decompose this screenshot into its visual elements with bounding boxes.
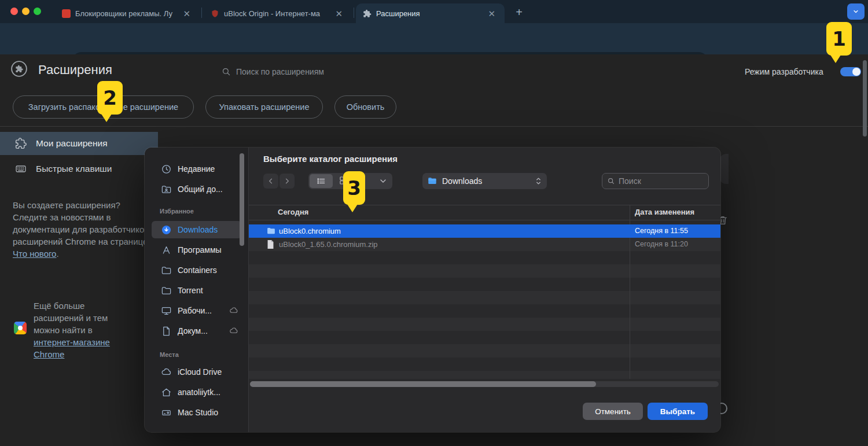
file-name: uBlock0.chromium xyxy=(279,224,341,238)
puzzle-icon xyxy=(15,138,27,149)
file-name: uBlock0_1.65.0.chromium.zip xyxy=(279,238,378,251)
places-header: Места xyxy=(160,351,179,358)
search-icon xyxy=(221,67,231,77)
sidebar-scrollbar[interactable] xyxy=(240,153,244,246)
webstore-icon xyxy=(14,322,27,334)
file-open-dialog: Недавние Общий до... Избранное Downloads xyxy=(145,148,720,432)
view-options-chevron-icon[interactable] xyxy=(378,176,388,186)
sidebar-item-label: Быстрые клавиши xyxy=(36,164,112,174)
sidebar-item-mac-studio[interactable]: Mac Studio xyxy=(152,404,242,421)
store-note-text: Ещё больше расширений и тем можно найти … xyxy=(34,301,108,335)
dev-note-period: . xyxy=(56,249,58,259)
sidebar-item-label: Недавние xyxy=(178,164,215,174)
computer-icon xyxy=(161,407,172,418)
new-tab-button[interactable]: + xyxy=(512,5,527,20)
ublock-favicon xyxy=(211,9,219,18)
sidebar-item-icloud[interactable]: iCloud Drive xyxy=(152,363,242,381)
dialog-search-field[interactable] xyxy=(602,173,709,189)
applications-icon xyxy=(161,245,172,256)
dialog-forward-button[interactable] xyxy=(279,174,295,189)
toggle-knob xyxy=(852,68,860,76)
whats-new-link[interactable]: Что нового xyxy=(13,249,56,259)
downloads-circle-icon xyxy=(161,224,172,235)
webstore-link-chrome[interactable]: Chrome xyxy=(34,349,64,359)
desktop-icon xyxy=(161,305,172,316)
sidebar-item-label: Downloads xyxy=(178,225,218,234)
dropdown-updown-icon xyxy=(535,176,542,186)
sidebar-item-label: iCloud Drive xyxy=(178,367,222,377)
tab-close-icon[interactable]: ✕ xyxy=(333,8,345,19)
sidebar-item-recents[interactable]: Недавние xyxy=(152,160,242,178)
choose-button[interactable]: Выбрать xyxy=(648,403,708,420)
horizontal-scrollbar-thumb[interactable] xyxy=(250,381,596,387)
divider xyxy=(249,205,720,205)
tab-label: Блокировщики рекламы. Лу xyxy=(75,9,176,18)
divider xyxy=(249,220,720,220)
tab-extensions[interactable]: Расширения ✕ xyxy=(356,3,505,23)
tab-strip: Блокировщики рекламы. Лу ✕ uBlock Origin… xyxy=(0,0,868,23)
tab-close-icon[interactable]: ✕ xyxy=(486,8,498,19)
cancel-button[interactable]: Отменить xyxy=(583,403,643,420)
list-view-button[interactable] xyxy=(310,174,333,188)
dev-note: Вы создаете расширения? Следите за новос… xyxy=(13,199,154,260)
file-row-ublock-zip[interactable]: uBlock0_1.65.0.chromium.zip Сегодня в 11… xyxy=(249,238,720,251)
sidebar-item-label: Докум... xyxy=(178,326,208,336)
sidebar-item-downloads[interactable]: Downloads xyxy=(152,221,242,238)
tab-adblockers[interactable]: Блокировщики рекламы. Лу ✕ xyxy=(55,3,200,23)
minimize-window-button[interactable] xyxy=(22,8,30,15)
file-date: Сегодня в 11:20 xyxy=(635,238,688,251)
profile-button[interactable] xyxy=(847,3,865,20)
sidebar-item-applications[interactable]: Программы xyxy=(152,241,242,259)
dev-mode-label: Режим разработчика xyxy=(745,67,823,76)
sidebar-item-desktop[interactable]: Рабочи... xyxy=(152,302,242,319)
file-date: Сегодня в 11:55 xyxy=(635,224,688,238)
tab-ublock-webstore[interactable]: uBlock Origin - Интернет-ма ✕ xyxy=(204,3,352,23)
page-scrollbar[interactable] xyxy=(863,60,867,137)
file-row-ublock-chromium[interactable]: uBlock0.chromium Сегодня в 11:55 xyxy=(249,224,720,238)
sidebar-item-label: anatoliiytk... xyxy=(178,388,220,397)
extension-card-fragment xyxy=(719,154,729,184)
pack-extension-button[interactable]: Упаковать расширение xyxy=(205,95,323,119)
sidebar-item-my-extensions[interactable]: Мои расширения xyxy=(0,132,158,155)
group-header: Сегодня xyxy=(278,208,308,216)
sidebar-item-containers[interactable]: Containers xyxy=(152,261,242,279)
folder-blue-icon xyxy=(266,226,276,236)
cloud-badge-icon xyxy=(229,306,238,315)
divider xyxy=(0,126,868,127)
sidebar-item-label: Containers xyxy=(178,266,217,275)
sidebar-item-label: Рабочи... xyxy=(178,306,212,315)
browser-toolbar: Chrome chrome://extensions xyxy=(0,23,868,54)
dialog-back-button[interactable] xyxy=(263,174,278,189)
extensions-logo-icon xyxy=(10,60,28,78)
sidebar-item-shortcuts[interactable]: Быстрые клавиши xyxy=(0,157,158,180)
sidebar-item-documents[interactable]: Докум... xyxy=(152,322,242,340)
dev-mode-toggle[interactable] xyxy=(840,67,861,76)
tab-close-icon[interactable]: ✕ xyxy=(181,8,193,19)
close-window-button[interactable] xyxy=(10,8,18,15)
search-input[interactable] xyxy=(236,64,560,80)
folder-icon xyxy=(161,265,172,276)
shared-folder-icon xyxy=(161,184,172,195)
sidebar-item-torrent[interactable]: Torrent xyxy=(152,282,242,299)
browser-window: Блокировщики рекламы. Лу ✕ uBlock Origin… xyxy=(0,0,868,446)
favorites-header: Избранное xyxy=(160,208,194,215)
dialog-search-input[interactable] xyxy=(619,176,704,186)
location-dropdown[interactable]: Downloads xyxy=(422,173,547,189)
date-column-header[interactable]: Дата изменения xyxy=(635,208,694,216)
tab-label: uBlock Origin - Интернет-ма xyxy=(224,9,328,18)
icloud-icon xyxy=(161,367,172,378)
webstore-link[interactable]: интернет-магазине xyxy=(34,337,110,347)
folder-blue-icon xyxy=(427,176,437,186)
tab-separator xyxy=(354,8,354,18)
sidebar-item-home[interactable]: anatoliiytk... xyxy=(152,384,242,401)
search-icon xyxy=(607,177,615,185)
update-button[interactable]: Обновить xyxy=(334,95,396,119)
sidebar-item-label: Программы xyxy=(178,245,222,255)
zoom-window-button[interactable] xyxy=(34,8,41,15)
sidebar-item-shared[interactable]: Общий до... xyxy=(152,180,242,198)
store-note: Ещё больше расширений и тем можно найти … xyxy=(34,300,131,360)
location-dropdown-label: Downloads xyxy=(442,176,482,186)
cloud-badge-icon xyxy=(229,326,238,336)
sidebar-item-label: Mac Studio xyxy=(178,408,218,417)
callout-3: 3 xyxy=(343,171,365,205)
